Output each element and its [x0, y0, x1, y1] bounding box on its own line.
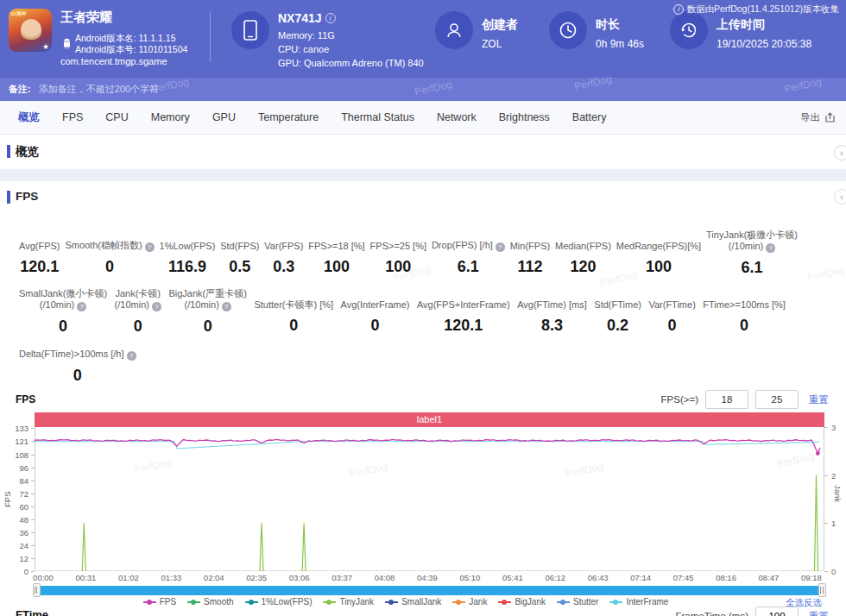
- x-tick-label: 01:02: [116, 573, 142, 582]
- y-tick-label: 96: [3, 463, 28, 473]
- legend-item-1-low-fps-[interactable]: 1%Low(FPS): [245, 597, 313, 607]
- ftime-reset-link[interactable]: 重置: [809, 610, 829, 616]
- stat-label: Drop(FPS) [/h]?: [432, 229, 505, 252]
- ftime-threshold-input[interactable]: [755, 607, 799, 616]
- fps-chart-title: FPS: [16, 393, 35, 405]
- stat-item: Delta(FTime)>100ms [/h]?0: [19, 338, 136, 385]
- creator-value: ZOL: [482, 38, 502, 50]
- tab-list: 概览FPSCPUMemoryGPUTemperatureThermal Stat…: [7, 110, 617, 125]
- legend-marker: [452, 601, 465, 603]
- fps-collapse-button[interactable]: ‹: [834, 189, 846, 204]
- legend-label: SmallJank: [401, 597, 441, 607]
- fps-threshold-input-1[interactable]: [705, 390, 748, 409]
- y-tick-label: 1: [831, 519, 836, 528]
- fps-reset-link[interactable]: 重置: [809, 393, 829, 406]
- tab-network[interactable]: Network: [426, 111, 488, 123]
- stat-value: 0: [105, 258, 114, 276]
- legend-item-jank[interactable]: Jank: [452, 597, 487, 607]
- legend-item-bigjank[interactable]: BigJank: [498, 597, 546, 607]
- chart-label-band: label1: [35, 412, 824, 427]
- legend-item-smooth[interactable]: Smooth: [187, 597, 233, 607]
- help-icon[interactable]: ?: [77, 302, 86, 311]
- y-tick-label: 84: [3, 476, 28, 486]
- device-info-icon[interactable]: i: [325, 13, 336, 23]
- stat-value: 0: [59, 317, 67, 336]
- stat-value: 112: [517, 258, 542, 276]
- x-tick-label: 05:10: [457, 573, 483, 582]
- phone-icon: [243, 20, 258, 41]
- x-tick-label: 05:41: [500, 573, 526, 582]
- star-icon: ★: [42, 42, 49, 51]
- tab-gpu[interactable]: GPU: [201, 111, 247, 123]
- stat-item: Stutter(卡顿率) [%]0: [254, 288, 333, 336]
- android-version-name: Android版本名: 11.1.1.15: [75, 33, 176, 45]
- stat-value: 0: [740, 317, 748, 335]
- stat-label: Min(FPS): [510, 229, 550, 252]
- tab-概览[interactable]: 概览: [7, 110, 51, 125]
- legend-item-tinyjank[interactable]: TinyJank: [323, 597, 374, 607]
- stat-label: Jank(卡顿)(/10min)?: [115, 288, 161, 311]
- stat-value: 0.3: [273, 258, 294, 276]
- report-header: 10周年 ★ 王者荣耀 Android版本名: 11.1.1.15 Androi…: [0, 0, 846, 78]
- fps-section-title: FPS: [16, 190, 38, 203]
- help-icon[interactable]: ?: [496, 242, 505, 252]
- stat-label: Median(FPS): [555, 229, 611, 252]
- overview-section-header: 概览: [0, 135, 846, 169]
- stat-item: Avg(FTime) [ms]8.3: [517, 288, 587, 336]
- stat-label: Delta(FTime)>100ms [/h]?: [19, 338, 136, 361]
- export-button[interactable]: 导出: [800, 101, 836, 135]
- tab-memory[interactable]: Memory: [140, 111, 201, 123]
- note-bar[interactable]: 备注: 添加备注，不超过200个字符: [0, 78, 846, 101]
- y-tick-label: 2: [831, 471, 836, 481]
- fps-threshold-input-2[interactable]: [755, 390, 799, 409]
- stat-item: Var(FTime)0: [648, 288, 695, 336]
- y-tick-label: 24: [3, 541, 28, 550]
- stat-value: 0: [289, 317, 298, 335]
- stat-value: 6.1: [458, 258, 479, 276]
- legend-item-smalljank[interactable]: SmallJank: [385, 597, 441, 607]
- perfdog-report-page: 10周年 ★ 王者荣耀 Android版本名: 11.1.1.15 Androi…: [0, 0, 846, 616]
- tab-cpu[interactable]: CPU: [94, 111, 139, 123]
- legend-item-interframe[interactable]: InterFrame: [609, 597, 668, 607]
- header-divider: [210, 12, 211, 62]
- stat-label: TinyJank(极微小卡顿)(/10min)?: [706, 229, 798, 253]
- stat-label: BigJank(严重卡顿)(/10min)?: [168, 288, 246, 311]
- duration-label: 时长: [596, 17, 620, 33]
- help-icon[interactable]: ?: [152, 302, 161, 311]
- legend-marker: [143, 601, 156, 603]
- game-title: 王者荣耀: [60, 9, 112, 26]
- stat-value: 100: [385, 258, 411, 276]
- zoom-handle-right[interactable]: [818, 583, 826, 597]
- note-label: 备注:: [9, 84, 31, 94]
- history-clock-icon: [679, 21, 698, 40]
- stat-item: FPS>=25 [%]100: [370, 229, 426, 277]
- tab-fps[interactable]: FPS: [51, 111, 94, 123]
- legend-label: 1%Low(FPS): [262, 597, 313, 607]
- tab-brightness[interactable]: Brightness: [488, 111, 561, 123]
- overview-collapse-button[interactable]: ‹: [834, 145, 846, 160]
- help-icon[interactable]: ?: [766, 243, 775, 253]
- legend-item-stutter[interactable]: Stutter: [557, 597, 598, 607]
- fps-line-chart[interactable]: [35, 427, 824, 571]
- help-icon[interactable]: ?: [222, 302, 231, 311]
- creator-circle: [435, 11, 473, 49]
- chart-zoom-scrollbar[interactable]: [35, 586, 824, 595]
- legend-item-fps[interactable]: FPS: [143, 597, 176, 607]
- x-tick-label: 06:12: [542, 573, 568, 582]
- help-icon[interactable]: ?: [127, 351, 136, 361]
- tab-battery[interactable]: Battery: [561, 111, 618, 123]
- device-name: NX741Ji: [278, 11, 336, 25]
- tab-thermal-status[interactable]: Thermal Status: [330, 111, 426, 123]
- help-icon[interactable]: ?: [145, 242, 155, 252]
- stat-value: 6.1: [742, 259, 763, 277]
- zoom-handle-left[interactable]: [33, 583, 41, 597]
- stat-label: SmallJank(微小卡顿)(/10min)?: [19, 288, 107, 311]
- y-axis-left-title: FPS: [3, 492, 12, 507]
- x-tick-label: 02:04: [201, 573, 227, 582]
- tab-temperature[interactable]: Temperature: [247, 111, 330, 123]
- overview-title: 概览: [16, 144, 39, 160]
- x-tick-label: 01:33: [158, 573, 184, 582]
- stat-item: Avg(FPS+InterFrame)120.1: [417, 288, 510, 336]
- stat-value: 0: [204, 317, 212, 336]
- stat-value: 0: [371, 317, 380, 335]
